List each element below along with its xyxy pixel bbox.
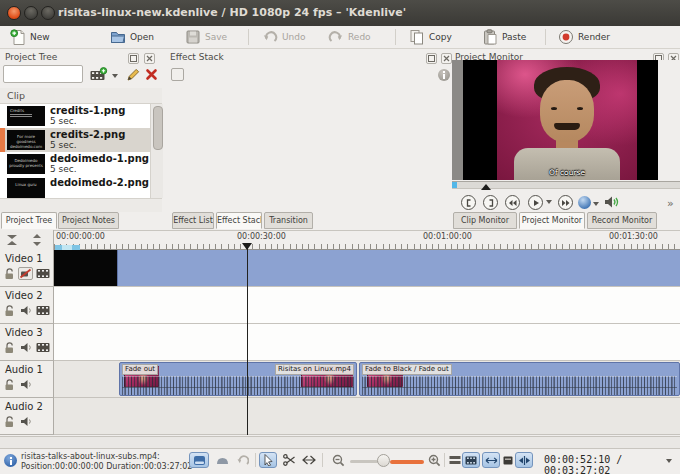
- zoom-slider-track[interactable]: [350, 460, 378, 463]
- effect-enable-checkbox[interactable]: [171, 68, 184, 81]
- effect-stack-float-button[interactable]: [426, 53, 437, 64]
- lock-icon[interactable]: [3, 378, 17, 391]
- clip-column-header[interactable]: Clip: [0, 88, 162, 104]
- zone-start-button[interactable]: [461, 195, 476, 210]
- select-tool-button[interactable]: [259, 452, 277, 468]
- redo-button[interactable]: Redo: [328, 28, 371, 46]
- spacer-tool-button[interactable]: [300, 452, 318, 468]
- zoom-slider-handle[interactable]: [377, 454, 390, 467]
- project-tree-float-button[interactable]: [128, 53, 139, 64]
- video-thumbnails-icon[interactable]: [36, 341, 50, 354]
- video-thumbnails-icon[interactable]: [36, 304, 50, 317]
- tab-record-monitor[interactable]: Record Monitor: [587, 212, 657, 229]
- zoom-out-button[interactable]: [330, 452, 346, 468]
- collapse-tracks-icon[interactable]: [5, 234, 19, 246]
- track-header-video1[interactable]: Video 1: [0, 250, 54, 287]
- lock-icon[interactable]: [3, 267, 17, 280]
- undo-button[interactable]: Undo: [262, 28, 306, 46]
- lock-icon[interactable]: [3, 341, 17, 354]
- effect-info-button[interactable]: [438, 69, 450, 81]
- hide-video-toggle[interactable]: [18, 267, 33, 280]
- expand-tracks-icon[interactable]: [30, 234, 44, 246]
- tab-project-tree[interactable]: Project Tree: [1, 212, 57, 229]
- clip-video-main[interactable]: [117, 250, 680, 286]
- zoom-in-button[interactable]: [426, 452, 442, 468]
- play-options-dropdown[interactable]: [546, 200, 552, 204]
- edit-clip-button[interactable]: [126, 67, 141, 82]
- marker-comments-icon[interactable]: [502, 452, 514, 468]
- window-minimize-button[interactable]: [24, 6, 38, 20]
- clip-list-horizontal-scrollbar[interactable]: [0, 198, 162, 212]
- toolbar-overflow-button[interactable]: »: [667, 197, 674, 210]
- monitor-config-button[interactable]: [578, 196, 591, 209]
- monitor-config-dropdown[interactable]: [593, 202, 599, 206]
- open-button[interactable]: Open: [110, 28, 154, 46]
- video-thumbnails-toggle[interactable]: [462, 452, 480, 468]
- track-header-audio1[interactable]: Audio 1: [0, 361, 54, 398]
- lock-icon[interactable]: [3, 304, 17, 317]
- tab-clip-monitor[interactable]: Clip Monitor: [453, 212, 517, 229]
- clip-list-vertical-scrollbar[interactable]: [150, 104, 163, 198]
- render-button[interactable]: Render: [558, 28, 610, 46]
- list-item-dedoimedo-1[interactable]: Dedoimedo proudly presents dedoimedo-1.p…: [0, 152, 150, 176]
- seek-position-marker[interactable]: [481, 184, 491, 190]
- clip-audio-main[interactable]: Fade out Risitas on Linux.mp4: [119, 362, 357, 396]
- play-button[interactable]: [528, 195, 543, 210]
- lock-icon[interactable]: [3, 415, 17, 428]
- forward-button[interactable]: [558, 195, 573, 210]
- audio-mix-icon[interactable]: [214, 452, 230, 468]
- tab-project-monitor[interactable]: Project Monitor: [519, 212, 585, 229]
- delete-clip-button[interactable]: [145, 68, 158, 81]
- paste-button[interactable]: Paste: [482, 28, 526, 46]
- track-audio2-row[interactable]: [54, 398, 680, 435]
- rewind-button[interactable]: [505, 195, 520, 210]
- window-close-button[interactable]: [7, 6, 21, 20]
- tab-effect-list[interactable]: Effect List: [172, 212, 214, 229]
- list-item-credits-2[interactable]: For more goodness dedoimedo.com credits-…: [0, 128, 150, 152]
- video-thumbnails-icon[interactable]: [36, 267, 50, 280]
- track-header-video3[interactable]: Video 3: [0, 324, 54, 361]
- tab-transition[interactable]: Transition: [264, 212, 313, 229]
- clip-search-input[interactable]: [3, 65, 83, 83]
- effect-stack-close-button[interactable]: [441, 53, 452, 64]
- track-audio1-row[interactable]: Fade out Risitas on Linux.mp4 Fade to Bl…: [54, 361, 680, 398]
- timecode-dropdown[interactable]: [666, 459, 672, 463]
- clip-audio-tail[interactable]: Fade to Black / Fade out: [359, 362, 680, 396]
- tab-project-notes[interactable]: Project Notes: [58, 212, 119, 229]
- list-item-credits-1[interactable]: Credits credits-1.png 5 sec.: [0, 104, 150, 128]
- add-clip-button[interactable]: [90, 67, 108, 83]
- monitor-video-canvas[interactable]: Of course: [452, 60, 680, 180]
- disabled-undo-zone-icon[interactable]: [234, 452, 250, 468]
- zone-end-button[interactable]: [483, 195, 498, 210]
- track-height-toggle[interactable]: [448, 452, 462, 468]
- track-header-video2[interactable]: Video 2: [0, 287, 54, 324]
- window-maximize-button[interactable]: [41, 6, 55, 20]
- timeline-horizontal-scrollbar[interactable]: [0, 436, 680, 448]
- track-header-audio2[interactable]: Audio 2: [0, 398, 54, 435]
- razor-tool-button[interactable]: [280, 452, 298, 468]
- clip-black-title[interactable]: [54, 250, 117, 286]
- list-item-dedoimedo-2[interactable]: Linux guru dedoimedo-2.png: [0, 176, 150, 198]
- audio-thumbnails-toggle[interactable]: [482, 452, 500, 468]
- track-video2-row[interactable]: [54, 287, 680, 324]
- mute-track-icon[interactable]: [20, 378, 34, 391]
- add-clip-dropdown[interactable]: [112, 74, 118, 78]
- scrollbar-thumb[interactable]: [153, 106, 163, 150]
- new-button[interactable]: New: [10, 28, 50, 46]
- volume-button[interactable]: [604, 195, 620, 209]
- save-button[interactable]: Save: [185, 28, 227, 46]
- snap-toggle[interactable]: [515, 452, 533, 468]
- timecode-display[interactable]: 00:00:52:10 / 00:03:27:02: [544, 454, 680, 474]
- track-video3-row[interactable]: [54, 324, 680, 361]
- project-tree-close-button[interactable]: [144, 53, 155, 64]
- mute-track-icon[interactable]: [20, 415, 34, 428]
- tab-effect-stack[interactable]: Effect Stack: [216, 212, 262, 229]
- mute-track-icon[interactable]: [20, 341, 34, 354]
- playhead-line[interactable]: [247, 244, 248, 435]
- track-video1-row[interactable]: [54, 250, 680, 287]
- titlebar[interactable]: risitas-linux-new.kdenlive / HD 1080p 24…: [0, 0, 680, 27]
- split-audio-video-toggle[interactable]: [189, 452, 209, 468]
- mute-track-icon[interactable]: [20, 304, 34, 317]
- copy-button[interactable]: Copy: [409, 28, 452, 46]
- playhead-handle[interactable]: [242, 243, 252, 250]
